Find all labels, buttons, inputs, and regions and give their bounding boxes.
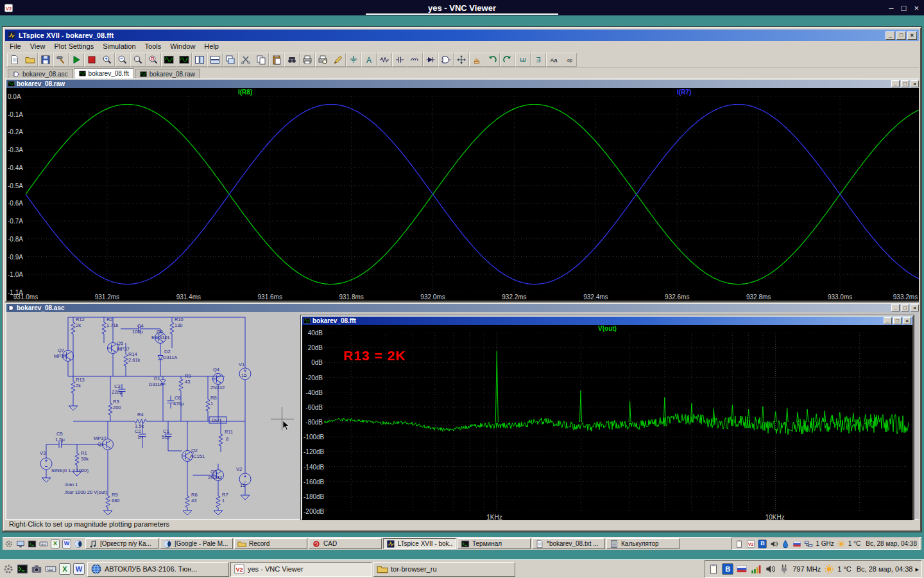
task-CAD[interactable]: CAD [309,538,382,549]
task-*bokarev_08.txt-...[interactable]: *bokarev_08.txt ... [532,538,605,549]
task-Терминал[interactable]: Терминал [458,538,531,549]
child-minimize-button[interactable]: _ [891,304,900,311]
menu-simulation[interactable]: Simulation [98,42,140,51]
fft-icon[interactable] [176,53,192,67]
menu-help[interactable]: Help [200,42,223,51]
paste-icon[interactable] [269,53,284,67]
control-panel-icon[interactable] [53,53,69,67]
capacitor-icon[interactable] [392,53,407,67]
inductor-icon[interactable] [407,53,423,67]
power-plug-icon[interactable] [778,563,790,575]
window-restore-button[interactable]: □ [896,31,906,40]
open-icon[interactable] [22,53,38,67]
child-close-button[interactable]: × [911,80,919,87]
undo-icon[interactable] [484,53,500,67]
find-icon[interactable] [284,53,300,67]
terminal-launcher-icon[interactable] [27,539,37,549]
spreadsheet-icon[interactable]: X [50,539,60,549]
spreadsheet-icon[interactable]: X [58,563,71,575]
bluetooth-icon[interactable]: B [722,563,733,575]
child-close-button[interactable]: × [911,304,919,311]
menu-view[interactable]: View [26,42,50,51]
fft-window-titlebar[interactable]: bokarev_08.fft _ □ × [302,317,912,325]
child-restore-button[interactable]: □ [901,304,909,311]
resistor-icon[interactable] [377,53,392,67]
k-menu-icon[interactable] [2,563,15,575]
volume-icon[interactable] [764,563,776,575]
terminal-launcher-icon[interactable] [16,563,29,575]
drag-icon[interactable] [469,53,484,67]
wire-icon[interactable] [330,53,346,67]
menu-plot-settings[interactable]: Plot Settings [49,42,98,51]
cascade-icon[interactable] [223,53,238,67]
vnc-titlebar[interactable]: yes - VNC Viewer – □ × [0,0,924,15]
keyboard-tool-icon[interactable] [44,563,57,575]
network-icon[interactable] [804,539,813,548]
klipper-icon[interactable] [708,563,719,575]
trace-label[interactable]: I(R7) [677,89,691,96]
k-menu-icon[interactable] [4,539,14,549]
child-restore-button[interactable]: □ [901,80,909,87]
component-icon[interactable] [438,53,454,67]
tab-bokarev_08.fft[interactable]: bokarev_08.fft [74,68,134,78]
tile-vertical-icon[interactable] [192,53,207,67]
tab-bokarev_08.asc[interactable]: bokarev_08.asc [8,69,73,78]
zoom-in-icon[interactable] [99,53,115,67]
keyboard-tool-icon[interactable] [38,539,49,549]
klipper-icon[interactable] [735,539,744,548]
raw-window-titlebar[interactable]: bokarev_08.raw _ □ × [6,80,919,88]
child-close-button[interactable]: × [903,317,911,324]
system-monitor-icon[interactable] [750,563,762,575]
print-icon[interactable] [300,53,315,67]
vnc-server-icon[interactable] [746,539,755,548]
task-[Оркестр-п/у-Ка...[interactable]: [Оркестр п/у Ка... [85,538,158,549]
mirror-icon[interactable] [531,53,546,67]
task-Record[interactable]: Record [234,538,307,549]
tab-bokarev_08.raw[interactable]: bokarev_08.raw [135,69,200,78]
fft-plot-canvas[interactable]: V(out) R13 = 2K 40dB20dB0dB-20dB-40dB-60… [302,325,912,520]
label-icon[interactable] [361,53,377,67]
menu-file[interactable]: File [5,42,26,51]
halt-icon[interactable] [84,53,99,67]
child-minimize-button[interactable]: _ [884,317,892,324]
menu-tools[interactable]: Tools [141,42,166,51]
vnc-maximize-button[interactable]: □ [902,3,907,13]
keyboard-layout-flag-icon[interactable] [736,563,748,575]
trace-label[interactable]: I(R8) [238,89,252,96]
tile-horizontal-icon[interactable] [207,53,223,67]
task-Калькулятор[interactable]: Калькулятор [606,538,680,549]
water-drop-icon[interactable] [781,539,790,548]
panel-arrow[interactable]: ▸ [915,565,919,574]
window-close-button[interactable]: × [907,31,917,40]
raw-plot-canvas[interactable]: I(R8)I(R7) 0.0A-0.1A-0.2A-0.3A-0.4A-0.5A… [6,88,919,301]
task-tor-browser_ru[interactable]: tor-browser_ru [373,562,515,577]
screenshot-icon[interactable] [30,563,43,575]
autorange-icon[interactable] [161,53,176,67]
window-minimize-button[interactable]: _ [886,31,895,40]
writer-icon[interactable]: W [62,539,72,549]
menu-window[interactable]: Window [166,42,200,51]
zoom-full-icon[interactable] [146,53,161,67]
child-minimize-button[interactable]: _ [891,80,900,87]
task-LTspice-XVII---bok...[interactable]: LTspice XVII - bok... [383,538,456,549]
ltspice-titlebar[interactable]: LTspice XVII - bokarev_08.fft _ □ × [5,30,919,41]
ground-icon[interactable] [346,53,361,67]
zoom-back-icon[interactable] [130,53,146,67]
cut-icon[interactable] [238,53,253,67]
browser-icon[interactable] [73,539,83,549]
copy-icon[interactable] [253,53,269,67]
child-restore-button[interactable]: □ [893,317,902,324]
show-desktop-icon[interactable] [15,539,26,549]
text-icon[interactable] [546,53,561,67]
spice-directive-icon[interactable] [561,53,577,67]
redo-icon[interactable] [500,53,515,67]
task-yes---VNC-Viewer[interactable]: yes - VNC Viewer [230,562,372,577]
writer-icon[interactable]: W [73,563,85,575]
vnc-close-button[interactable]: × [914,3,919,13]
rotate-icon[interactable] [515,53,531,67]
new-schematic-icon[interactable] [7,53,22,67]
zoom-out-icon[interactable] [115,53,130,67]
task-[Google---Pale-M...[interactable]: [Google - Pale M... [160,538,233,549]
volume-icon[interactable] [769,539,778,548]
bluetooth-icon[interactable]: B [758,539,767,548]
